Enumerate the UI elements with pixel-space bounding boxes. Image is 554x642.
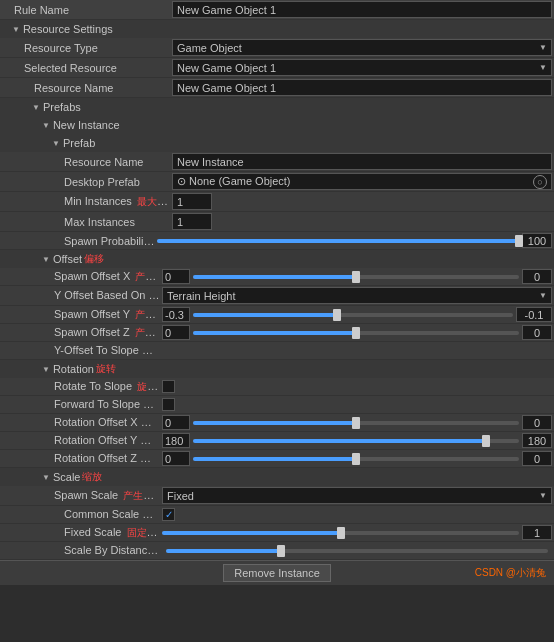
rotation-offset-x-track[interactable] [193, 421, 519, 425]
offset-annotation: 偏移 [84, 252, 104, 266]
scale-annotation: 缩放 [82, 470, 102, 484]
rotation-offset-z-input[interactable]: 0 [162, 451, 190, 466]
checkbox-check-icon: ✓ [165, 509, 173, 520]
spawn-offset-z-label: Spawn Offset Z 产生位移z [2, 326, 162, 340]
fixed-scale-slider: 1 [162, 525, 552, 540]
spawn-offset-x-value[interactable]: 0 [522, 269, 552, 284]
prefab-resource-name-row: Resource Name New Instance [0, 152, 554, 172]
rotation-offset-x-input[interactable]: 0 [162, 415, 190, 430]
resource-name-value[interactable]: New Game Object 1 [172, 79, 552, 96]
offset-header[interactable]: ▼ Offset 偏移 [0, 250, 554, 268]
forward-to-slope-label: Forward To Slope 朝向斜坡 [2, 398, 162, 412]
remove-instance-button[interactable]: Remove Instance [223, 564, 331, 582]
spawn-prob-fill [157, 239, 519, 243]
triangle-rotation-icon: ▼ [42, 365, 50, 374]
rotation-offset-x-thumb[interactable] [352, 417, 360, 429]
prefab-resource-name-value[interactable]: New Instance [172, 153, 552, 170]
scale-by-distance-thumb[interactable] [277, 545, 285, 557]
spawn-scale-dropdown[interactable]: Fixed ▼ [162, 487, 552, 504]
max-instances-row: Max Instances 1 [0, 212, 554, 232]
desktop-prefab-value[interactable]: ⊙ None (Game Object) ○ [172, 173, 552, 190]
fixed-scale-value[interactable]: 1 [522, 525, 552, 540]
spawn-offset-y-value[interactable]: -0.1 [516, 307, 552, 322]
rotation-offset-z-track[interactable] [193, 457, 519, 461]
rotation-offset-z-value[interactable]: 0 [522, 451, 552, 466]
prefab-resource-name-label: Resource Name [2, 156, 172, 168]
forward-to-slope-checkbox[interactable] [162, 398, 175, 411]
spawn-offset-z-fill [193, 331, 356, 335]
rotate-to-slope-annotation: 旋转到斜坡 [137, 381, 162, 392]
spawn-prob-track[interactable] [157, 239, 519, 243]
rotation-offset-x-slider: 0 0 [162, 415, 552, 430]
rotation-offset-y-track[interactable] [193, 439, 519, 443]
spawn-offset-y-track[interactable] [193, 313, 513, 317]
rotation-offset-y-thumb[interactable] [482, 435, 490, 447]
spawn-offset-z-input[interactable]: 0 [162, 325, 190, 340]
spawn-offset-x-slider: 0 0 [162, 269, 552, 284]
spawn-scale-row: Spawn Scale 产生缩放 Fixed ▼ [0, 486, 554, 506]
spawn-offset-y-input[interactable]: -0.3 [162, 307, 190, 322]
new-instance-header[interactable]: ▼ New Instance [0, 116, 554, 134]
spawn-scale-arrow: ▼ [539, 491, 547, 500]
triangle-new-instance-icon: ▼ [42, 121, 50, 130]
selected-resource-label: Selected Resource [2, 62, 172, 74]
resource-name-row: Resource Name New Game Object 1 [0, 78, 554, 98]
prefab-header[interactable]: ▼ Prefab [0, 134, 554, 152]
spawn-scale-annotation: 产生缩放 [123, 490, 162, 501]
max-instances-value[interactable]: 1 [172, 213, 212, 230]
rotation-offset-y-input[interactable]: 180 [162, 433, 190, 448]
spawn-prob-thumb[interactable] [515, 235, 523, 247]
spawn-offset-y-annotation: 产生位移y [135, 309, 162, 320]
object-picker-icon[interactable]: ○ [533, 175, 547, 189]
spawn-offset-x-track[interactable] [193, 275, 519, 279]
common-scale-checkbox[interactable]: ✓ [162, 508, 175, 521]
spawn-offset-z-track[interactable] [193, 331, 519, 335]
rotation-offset-z-thumb[interactable] [352, 453, 360, 465]
spawn-offset-x-input[interactable]: 0 [162, 269, 190, 284]
scale-by-distance-track[interactable] [166, 549, 548, 553]
min-instances-value[interactable]: 1 [172, 193, 212, 210]
rotation-header[interactable]: ▼ Rotation 旋转 [0, 360, 554, 378]
triangle-offset-icon: ▼ [42, 255, 50, 264]
rotation-offset-x-label: Rotation Offset X 旋转范围x [2, 416, 162, 430]
rotation-offset-y-label: Rotation Offset Y 旋转范围y [2, 434, 162, 448]
rotation-offset-y-value[interactable]: 180 [522, 433, 552, 448]
rule-name-value[interactable]: New Game Object 1 [172, 1, 552, 18]
y-offset-based-row: Y Offset Based On Y偏移量 Terrain Height ▼ [0, 286, 554, 306]
rotation-offset-x-value[interactable]: 0 [522, 415, 552, 430]
spawn-offset-y-thumb[interactable] [333, 309, 341, 321]
rotation-offset-y-annotation: 旋转范围y [142, 435, 162, 446]
resource-type-dropdown[interactable]: Game Object ▼ [172, 39, 552, 56]
y-offset-slope-label: Y-Offset To Slope 坡地偏移量度 [2, 344, 162, 358]
common-scale-annotation: 适合区域宽度? [144, 509, 162, 520]
resource-type-row: Resource Type Game Object ▼ [0, 38, 554, 58]
rotate-to-slope-checkbox[interactable] [162, 380, 175, 393]
y-offset-based-dropdown[interactable]: Terrain Height ▼ [162, 287, 552, 304]
resource-settings-header[interactable]: ▼ Resource Settings [0, 20, 554, 38]
rotation-offset-x-row: Rotation Offset X 旋转范围x 0 0 [0, 414, 554, 432]
spawn-offset-z-thumb[interactable] [352, 327, 360, 339]
main-panel: Rule Name New Game Object 1 ▼ Resource S… [0, 0, 554, 585]
scale-by-distance-label: Scale By Distance 按距离缩放 [2, 544, 162, 558]
rotation-offset-z-fill [193, 457, 356, 461]
prefabs-header[interactable]: ▼ Prefabs [0, 98, 554, 116]
min-instances-row: Min Instances 最大最小实量区间 1 [0, 192, 554, 212]
y-offset-dropdown-arrow: ▼ [539, 291, 547, 300]
scale-by-distance-row: Scale By Distance 按距离缩放 [0, 542, 554, 560]
fixed-scale-thumb[interactable] [337, 527, 345, 539]
spawn-offset-y-slider: -0.3 -0.1 [162, 307, 552, 322]
scale-header[interactable]: ▼ Scale 缩放 [0, 468, 554, 486]
selected-resource-dropdown[interactable]: New Game Object 1 ▼ [172, 59, 552, 76]
dropdown-arrow-icon2: ▼ [539, 63, 547, 72]
spawn-prob-value[interactable]: 100 [522, 233, 552, 248]
spawn-offset-x-thumb[interactable] [352, 271, 360, 283]
y-offset-slope-row: Y-Offset To Slope 坡地偏移量度 [0, 342, 554, 360]
rule-name-row: Rule Name New Game Object 1 [0, 0, 554, 20]
triangle-prefab-icon: ▼ [52, 139, 60, 148]
spawn-offset-x-annotation: 产生位移x [135, 271, 162, 282]
rotate-to-slope-label: Rotate To Slope 旋转到斜坡 [2, 380, 162, 394]
fixed-scale-track[interactable] [162, 531, 519, 535]
spawn-offset-z-value[interactable]: 0 [522, 325, 552, 340]
spawn-offset-y-label: Spawn Offset Y 产生位移y [2, 308, 162, 322]
rotation-offset-z-row: Rotation Offset Z 旋转范围z 0 0 [0, 450, 554, 468]
